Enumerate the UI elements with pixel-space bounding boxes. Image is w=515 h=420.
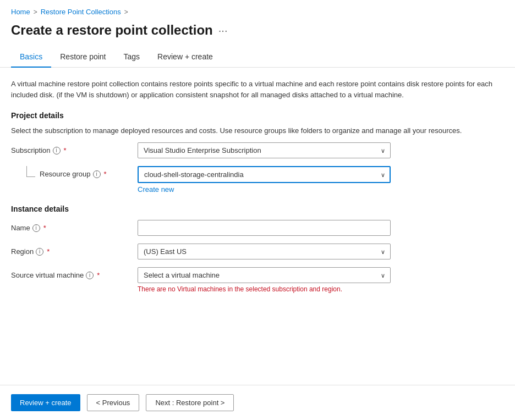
source-vm-required: *	[97, 271, 100, 279]
region-dropdown-wrapper: (US) East US ∨	[138, 244, 391, 259]
subscription-info-icon[interactable]: i	[53, 147, 61, 154]
breadcrumb-sep-1: >	[34, 8, 37, 16]
source-vm-select[interactable]: Select a virtual machine	[138, 267, 391, 283]
tab-restore-point[interactable]: Restore point	[51, 47, 114, 68]
more-options-icon[interactable]: ···	[218, 24, 228, 37]
project-details-subtitle: Select the subscription to manage deploy…	[11, 126, 484, 135]
subscription-field: Subscription i * Visual Studio Enterpris…	[11, 142, 504, 158]
resource-group-dropdown-wrapper: cloud-shell-storage-centralindia ∨	[138, 166, 391, 183]
tab-basics[interactable]: Basics	[11, 47, 51, 68]
subscription-label: Subscription	[11, 146, 51, 154]
region-info-icon[interactable]: i	[36, 248, 43, 256]
rg-connector-line	[26, 166, 35, 177]
name-field: Name i *	[11, 220, 504, 236]
create-new-link[interactable]: Create new	[138, 185, 174, 194]
breadcrumb-sep-2: >	[124, 8, 128, 16]
resource-group-select[interactable]: cloud-shell-storage-centralindia	[138, 166, 391, 183]
previous-button[interactable]: < Previous	[87, 394, 140, 411]
source-vm-label-cell: Source virtual machine i *	[11, 267, 138, 279]
breadcrumb-collections[interactable]: Restore Point Collections	[41, 8, 121, 16]
resource-group-label-cell: Resource group i *	[11, 166, 138, 178]
resource-group-control: cloud-shell-storage-centralindia ∨ Creat…	[138, 166, 391, 194]
name-input[interactable]	[138, 220, 391, 236]
subscription-dropdown-wrapper: Visual Studio Enterprise Subscription ∨	[138, 142, 391, 158]
review-create-button[interactable]: Review + create	[11, 394, 80, 411]
resource-group-required: *	[104, 170, 107, 178]
footer: Review + create < Previous Next : Restor…	[0, 385, 515, 420]
source-vm-field: Source virtual machine i * Select a virt…	[11, 267, 504, 293]
resource-group-field: Resource group i * cloud-shell-storage-c…	[11, 166, 504, 194]
source-vm-dropdown-wrapper: Select a virtual machine ∨	[138, 267, 391, 283]
region-select[interactable]: (US) East US	[138, 244, 391, 259]
source-vm-label: Source virtual machine	[11, 271, 84, 279]
project-details-title: Project details	[11, 111, 504, 120]
instance-details-title: Instance details	[11, 205, 504, 213]
breadcrumb-home[interactable]: Home	[11, 8, 30, 16]
region-control: (US) East US ∨	[138, 244, 391, 259]
name-required: *	[43, 224, 46, 232]
region-label-cell: Region i *	[11, 244, 138, 256]
subscription-required: *	[64, 146, 67, 154]
subscription-select[interactable]: Visual Studio Enterprise Subscription	[138, 142, 391, 158]
page-title-row: Create a restore point collection ···	[0, 20, 515, 47]
tab-tags[interactable]: Tags	[115, 47, 149, 68]
subscription-label-cell: Subscription i *	[11, 142, 138, 154]
name-control	[138, 220, 391, 236]
next-button[interactable]: Next : Restore point >	[146, 394, 234, 411]
region-field: Region i * (US) East US ∨	[11, 244, 504, 259]
main-content: A virtual machine restore point collecti…	[0, 68, 515, 385]
breadcrumb: Home > Restore Point Collections >	[0, 0, 515, 20]
project-details-section: Project details Select the subscription …	[11, 111, 504, 194]
region-label: Region	[11, 247, 34, 256]
subscription-control: Visual Studio Enterprise Subscription ∨	[138, 142, 391, 158]
region-required: *	[47, 247, 50, 256]
page-title: Create a restore point collection	[11, 23, 213, 38]
source-vm-info-icon[interactable]: i	[86, 272, 94, 279]
source-vm-error: There are no Virtual machines in the sel…	[138, 285, 391, 293]
name-label-cell: Name i *	[11, 220, 138, 232]
resource-group-label: Resource group	[40, 170, 91, 178]
page-wrapper: Home > Restore Point Collections > Creat…	[0, 0, 515, 420]
name-info-icon[interactable]: i	[32, 224, 40, 232]
page-description: A virtual machine restore point collecti…	[11, 79, 504, 100]
tab-review-create[interactable]: Review + create	[149, 47, 222, 68]
name-label: Name	[11, 224, 30, 232]
source-vm-control: Select a virtual machine ∨ There are no …	[138, 267, 391, 293]
instance-details-section: Instance details Name i * Region i *	[11, 205, 504, 293]
resource-group-info-icon[interactable]: i	[93, 170, 101, 178]
tabs-bar: Basics Restore point Tags Review + creat…	[0, 47, 515, 68]
